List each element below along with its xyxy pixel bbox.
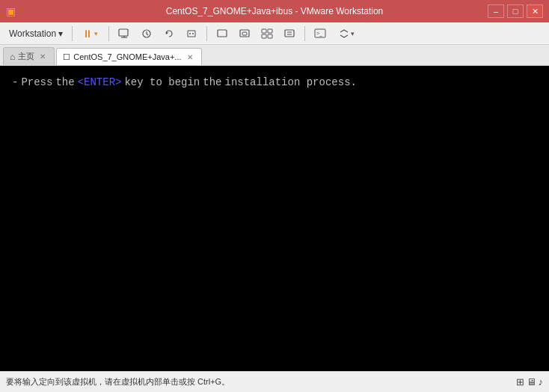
- minimize-button[interactable]: –: [488, 4, 504, 18]
- svg-rect-12: [262, 34, 266, 38]
- term-dash: -: [12, 75, 18, 91]
- send-to-icon: [118, 28, 130, 40]
- svg-rect-14: [285, 30, 294, 37]
- svg-rect-10: [262, 29, 266, 33]
- fit-screen-icon: [216, 28, 228, 40]
- status-message: 要将输入定向到该虚拟机，请在虚拟机内部单击或按 Ctrl+G。: [6, 376, 516, 388]
- home-tab-close[interactable]: ✕: [37, 52, 48, 62]
- full-screen-icon[interactable]: [234, 25, 255, 43]
- title-bar: ▣ CentOS_7_GNOME+Java+ibus - VMware Work…: [0, 0, 549, 22]
- main-content: ⌂ 主页 ✕ ☐ CentOS_7_GNOME+Java+... ✕ - Pre…: [0, 45, 549, 392]
- unity-mode-icon: [261, 28, 273, 40]
- window-controls: – □ ✕: [488, 4, 543, 18]
- fullscreen-icon: [239, 28, 251, 40]
- home-tab-label: 主页: [18, 51, 34, 62]
- vm-state-icon3[interactable]: [159, 25, 180, 43]
- terminal-content: - Press the <ENTER> key to begin the ins…: [12, 72, 537, 91]
- revert-icon: [163, 28, 175, 40]
- menu-bar: Workstation ▾ ⏸ ▾: [0, 22, 549, 45]
- terminal-btn-icon: >_: [314, 28, 326, 40]
- pause-icon: ⏸: [82, 28, 93, 40]
- toolbar-divider1: [108, 26, 109, 41]
- vm-tab-label: CentOS_7_GNOME+Java+...: [73, 52, 181, 61]
- vm-tab-icon: ☐: [63, 52, 70, 62]
- terminal-line-1: - Press the <ENTER> key to begin the ins…: [12, 75, 537, 91]
- vm-tab-close[interactable]: ✕: [185, 52, 195, 62]
- vm-state-icon2[interactable]: [136, 25, 157, 43]
- toolbar-divider2: [206, 26, 207, 41]
- workstation-label: Workstation: [9, 28, 56, 39]
- vm-state-icon1[interactable]: [114, 25, 135, 43]
- svg-rect-11: [268, 29, 272, 33]
- suspend-icon: [185, 28, 197, 40]
- terminal-icon[interactable]: >_: [310, 25, 331, 43]
- term-the2: the: [203, 75, 221, 91]
- vm-tab[interactable]: ☐ CentOS_7_GNOME+Java+... ✕: [56, 48, 201, 65]
- home-icon: ⌂: [10, 52, 15, 62]
- status-bar: 要将输入定向到该虚拟机，请在虚拟机内部单击或按 Ctrl+G。 ⊞ 🖥 ♪: [0, 371, 549, 392]
- maximize-button[interactable]: □: [507, 4, 524, 18]
- expand-icon: [339, 28, 349, 39]
- svg-rect-8: [240, 30, 249, 37]
- pause-button[interactable]: ⏸ ▾: [76, 25, 104, 43]
- home-tab[interactable]: ⌂ 主页 ✕: [3, 47, 55, 65]
- snapshot-icon: [141, 28, 153, 40]
- menu-divider: [72, 26, 73, 41]
- view-dropdown-icon: ▾: [351, 30, 355, 37]
- svg-text:>_: >_: [316, 31, 322, 37]
- svg-rect-0: [119, 29, 128, 36]
- vm-state-icon4[interactable]: [181, 25, 202, 43]
- term-enter-key: <ENTER>: [78, 75, 122, 91]
- dropdown-arrow-icon: ▾: [58, 28, 63, 39]
- unity-icon[interactable]: [257, 25, 277, 43]
- pause-dropdown-icon: ▾: [94, 30, 98, 37]
- toolbar-divider3: [304, 26, 305, 41]
- stretch-icon[interactable]: [279, 25, 300, 43]
- fit-guest-icon[interactable]: [212, 25, 233, 43]
- vm-viewport[interactable]: - Press the <ENTER> key to begin the ins…: [0, 66, 549, 371]
- term-key-post: key to begin: [124, 75, 200, 91]
- term-end: installation process.: [225, 75, 357, 91]
- toolbar: ⏸ ▾: [76, 25, 361, 43]
- workstation-menu[interactable]: Workstation ▾: [3, 25, 69, 42]
- term-the1: the: [55, 75, 74, 91]
- svg-rect-7: [218, 30, 227, 37]
- status-icons: ⊞ 🖥 ♪: [516, 376, 544, 388]
- status-icon-3[interactable]: ♪: [539, 376, 544, 388]
- window-title: CentOS_7_GNOME+Java+ibus - VMware Workst…: [166, 6, 384, 16]
- stretch-mode-icon: [283, 28, 295, 40]
- status-icon-1[interactable]: ⊞: [516, 376, 524, 388]
- svg-rect-13: [268, 34, 272, 38]
- tab-bar: ⌂ 主页 ✕ ☐ CentOS_7_GNOME+Java+... ✕: [0, 45, 549, 66]
- svg-rect-9: [242, 32, 247, 35]
- view-button[interactable]: ▾: [332, 25, 361, 43]
- status-icon-group: ⊞ 🖥 ♪: [516, 376, 544, 388]
- status-icon-2[interactable]: 🖥: [527, 376, 536, 388]
- term-press: Press: [21, 75, 52, 91]
- app-icon: ▣: [6, 5, 18, 17]
- close-button[interactable]: ✕: [527, 4, 543, 18]
